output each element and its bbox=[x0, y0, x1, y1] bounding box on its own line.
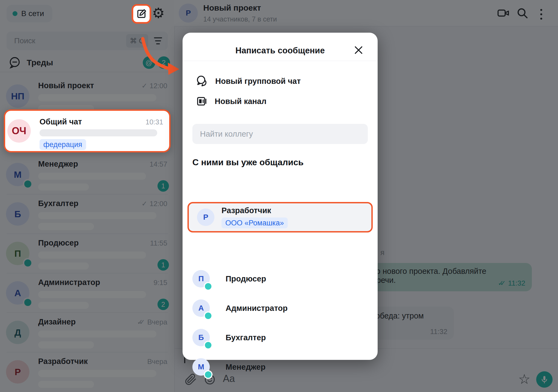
new-channel-label: Новый канал bbox=[215, 97, 266, 106]
org-tag: федерация bbox=[40, 139, 86, 150]
contact-name: Продюсер bbox=[226, 274, 266, 283]
channel-icon bbox=[196, 95, 208, 107]
new-channel-button[interactable]: Новый канал bbox=[196, 93, 266, 109]
contact-name: Менеджер bbox=[226, 363, 265, 372]
divider bbox=[183, 61, 378, 61]
online-dot bbox=[204, 282, 213, 291]
colleague-search[interactable] bbox=[192, 124, 368, 144]
chat-list-item-highlighted[interactable]: ОЧ Общий чат 10:31 федерация bbox=[4, 109, 171, 152]
contact-item[interactable]: П Продюсер bbox=[192, 267, 368, 291]
message-placeholder bbox=[40, 129, 157, 136]
modal-title: Написать сообщение bbox=[183, 46, 378, 56]
contact-item[interactable]: Б Бухгалтер bbox=[192, 326, 368, 350]
online-dot bbox=[204, 341, 213, 350]
contact-item[interactable]: А Администратор bbox=[192, 297, 368, 320]
new-group-chat-button[interactable]: Новый групповой чат bbox=[196, 73, 301, 89]
chat-title: Общий чат bbox=[40, 117, 82, 126]
contact-item[interactable]: М Менеджер bbox=[192, 356, 368, 379]
online-dot bbox=[204, 311, 213, 320]
new-group-chat-label: Новый групповой чат bbox=[215, 77, 301, 86]
group-chat-icon bbox=[196, 75, 208, 87]
avatar: ОЧ bbox=[7, 119, 31, 143]
compose-edit-icon bbox=[136, 8, 147, 20]
colleague-search-input[interactable] bbox=[199, 129, 361, 139]
org-tag: ООО «Ромашка» bbox=[222, 218, 288, 228]
online-dot bbox=[204, 370, 213, 379]
contact-name: Бухгалтер bbox=[226, 333, 266, 342]
close-icon bbox=[354, 45, 363, 55]
contact-item-highlighted[interactable]: Р Разработчик ООО «Ромашка» bbox=[187, 202, 373, 232]
app-window: В сети ⚙ ⌘ G Треды @ 2 bbox=[0, 0, 558, 392]
compose-modal: Написать сообщение Новый групповой чат bbox=[183, 33, 378, 360]
section-title: С ними вы уже общались bbox=[192, 157, 304, 167]
contact-name: Администратор bbox=[226, 304, 287, 313]
close-button[interactable] bbox=[350, 42, 367, 58]
avatar: Р bbox=[197, 209, 214, 226]
compose-button[interactable] bbox=[132, 4, 151, 24]
contact-name: Разработчик bbox=[222, 206, 271, 215]
